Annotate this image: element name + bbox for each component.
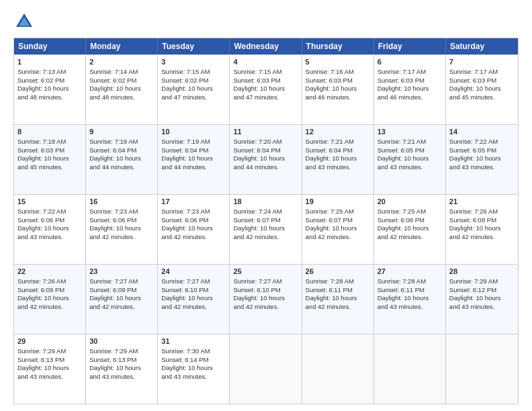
calendar: SundayMondayTuesdayWednesdayThursdayFrid…: [13, 38, 519, 404]
calendar-cell: [446, 334, 518, 404]
calendar-cell: 12Sunrise: 7:21 AMSunset: 6:04 PMDayligh…: [302, 125, 374, 194]
page: SundayMondayTuesdayWednesdayThursdayFrid…: [0, 0, 532, 411]
calendar-cell: 6Sunrise: 7:17 AMSunset: 6:03 PMDaylight…: [374, 55, 446, 124]
calendar-cell: 10Sunrise: 7:19 AMSunset: 6:04 PMDayligh…: [158, 125, 230, 194]
calendar-cell: 25Sunrise: 7:27 AMSunset: 6:10 PMDayligh…: [230, 265, 302, 334]
calendar-cell: 28Sunrise: 7:29 AMSunset: 6:12 PMDayligh…: [446, 265, 518, 334]
calendar-cell: 2Sunrise: 7:14 AMSunset: 6:02 PMDaylight…: [86, 55, 158, 124]
calendar-cell: [230, 334, 302, 404]
calendar-row: 15Sunrise: 7:22 AMSunset: 6:06 PMDayligh…: [14, 194, 518, 264]
header-day: Sunday: [14, 38, 86, 54]
calendar-cell: 5Sunrise: 7:16 AMSunset: 6:03 PMDaylight…: [302, 55, 374, 124]
calendar-cell: 31Sunrise: 7:30 AMSunset: 6:14 PMDayligh…: [158, 334, 230, 404]
header-day: Monday: [86, 38, 158, 54]
calendar-row: 8Sunrise: 7:18 AMSunset: 6:03 PMDaylight…: [14, 124, 518, 194]
calendar-cell: 27Sunrise: 7:28 AMSunset: 6:11 PMDayligh…: [374, 265, 446, 334]
calendar-cell: 18Sunrise: 7:24 AMSunset: 6:07 PMDayligh…: [230, 195, 302, 264]
calendar-cell: 7Sunrise: 7:17 AMSunset: 6:03 PMDaylight…: [446, 55, 518, 124]
calendar-cell: 24Sunrise: 7:27 AMSunset: 6:10 PMDayligh…: [158, 265, 230, 334]
header-day: Saturday: [446, 38, 518, 54]
calendar-cell: 3Sunrise: 7:15 AMSunset: 6:02 PMDaylight…: [158, 55, 230, 124]
logo: [13, 11, 38, 32]
calendar-cell: 11Sunrise: 7:20 AMSunset: 6:04 PMDayligh…: [230, 125, 302, 194]
calendar-cell: 23Sunrise: 7:27 AMSunset: 6:09 PMDayligh…: [86, 265, 158, 334]
calendar-cell: 19Sunrise: 7:25 AMSunset: 6:07 PMDayligh…: [302, 195, 374, 264]
calendar-cell: 21Sunrise: 7:26 AMSunset: 6:08 PMDayligh…: [446, 195, 518, 264]
calendar-header: SundayMondayTuesdayWednesdayThursdayFrid…: [14, 38, 518, 54]
header-day: Wednesday: [230, 38, 302, 54]
calendar-cell: 30Sunrise: 7:29 AMSunset: 6:13 PMDayligh…: [86, 334, 158, 404]
logo-icon: [13, 11, 35, 32]
header: [13, 11, 519, 32]
header-day: Friday: [374, 38, 446, 54]
calendar-cell: [302, 334, 374, 404]
calendar-cell: 9Sunrise: 7:19 AMSunset: 6:04 PMDaylight…: [86, 125, 158, 194]
calendar-cell: 29Sunrise: 7:29 AMSunset: 6:13 PMDayligh…: [14, 334, 86, 404]
calendar-cell: 16Sunrise: 7:23 AMSunset: 6:06 PMDayligh…: [86, 195, 158, 264]
header-day: Tuesday: [158, 38, 230, 54]
calendar-cell: 1Sunrise: 7:13 AMSunset: 6:02 PMDaylight…: [14, 55, 86, 124]
calendar-cell: 4Sunrise: 7:15 AMSunset: 6:03 PMDaylight…: [230, 55, 302, 124]
calendar-body: 1Sunrise: 7:13 AMSunset: 6:02 PMDaylight…: [14, 54, 518, 404]
calendar-cell: 8Sunrise: 7:18 AMSunset: 6:03 PMDaylight…: [14, 125, 86, 194]
calendar-cell: 22Sunrise: 7:26 AMSunset: 6:09 PMDayligh…: [14, 265, 86, 334]
calendar-row: 22Sunrise: 7:26 AMSunset: 6:09 PMDayligh…: [14, 264, 518, 334]
calendar-cell: 26Sunrise: 7:28 AMSunset: 6:11 PMDayligh…: [302, 265, 374, 334]
calendar-cell: 17Sunrise: 7:23 AMSunset: 6:06 PMDayligh…: [158, 195, 230, 264]
calendar-cell: 15Sunrise: 7:22 AMSunset: 6:06 PMDayligh…: [14, 195, 86, 264]
calendar-cell: [374, 334, 446, 404]
header-day: Thursday: [302, 38, 374, 54]
calendar-cell: 14Sunrise: 7:22 AMSunset: 6:05 PMDayligh…: [446, 125, 518, 194]
calendar-cell: 13Sunrise: 7:21 AMSunset: 6:05 PMDayligh…: [374, 125, 446, 194]
calendar-row: 29Sunrise: 7:29 AMSunset: 6:13 PMDayligh…: [14, 334, 518, 404]
calendar-cell: 20Sunrise: 7:25 AMSunset: 6:08 PMDayligh…: [374, 195, 446, 264]
calendar-row: 1Sunrise: 7:13 AMSunset: 6:02 PMDaylight…: [14, 54, 518, 124]
